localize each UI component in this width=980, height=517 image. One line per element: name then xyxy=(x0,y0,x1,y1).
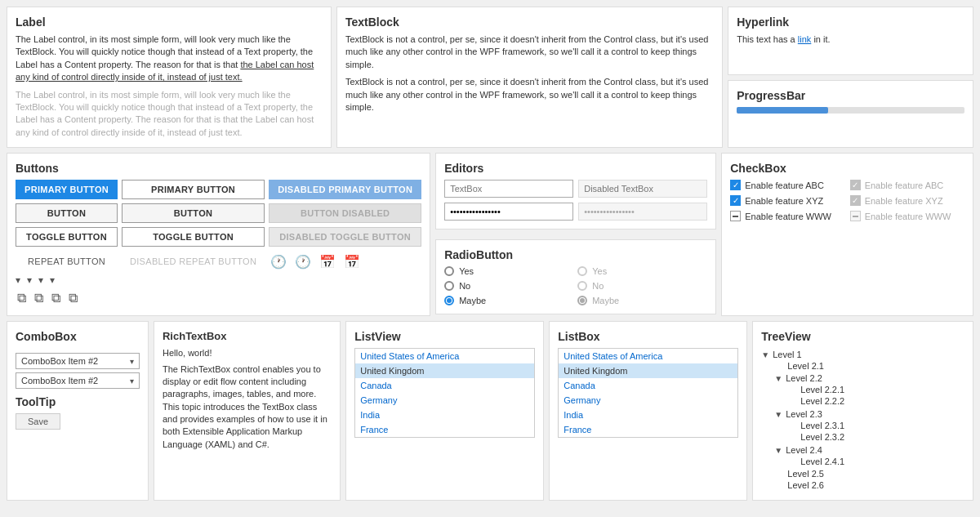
tree-level22-text: Level 2.2 xyxy=(786,373,822,383)
list-item-germany[interactable]: Germany xyxy=(355,393,534,408)
tree-level24-label[interactable]: ▼ Level 2.4 xyxy=(774,444,964,456)
tree-level1-label[interactable]: ▼ Level 1 xyxy=(761,349,964,360)
checkbox-xyz-disabled: ✓ Enable feature XYZ xyxy=(850,195,964,206)
hyperlink-text-after: in it. xyxy=(813,34,830,44)
dropdown-arrow-2[interactable]: ▾ xyxy=(27,274,32,286)
list-item-canada[interactable]: Canada xyxy=(355,378,534,393)
radio-maybe-disabled: Maybe xyxy=(577,296,707,305)
tree-level221[interactable]: Level 2.2.1 xyxy=(800,384,964,395)
tree-level22-children: Level 2.2.1 Level 2.2.2 xyxy=(787,384,964,407)
tree-level232[interactable]: Level 2.3.2 xyxy=(800,431,964,443)
list-item-uk[interactable]: United Kingdom xyxy=(355,363,534,378)
password-input[interactable] xyxy=(444,203,573,221)
listbox-item-uk[interactable]: United Kingdom xyxy=(559,363,737,378)
tree-level241[interactable]: Level 2.4.1 xyxy=(800,456,964,467)
checkbox-panel: CheckBox ✓ Enable feature ABC ✓ Enable f… xyxy=(721,153,973,316)
radio-yes-disabled-circle xyxy=(577,266,587,276)
primary-outline-button[interactable]: PRIMARY BUTTON xyxy=(122,180,265,199)
list-item-india[interactable]: India xyxy=(355,408,534,422)
radio-maybe-label: Maybe xyxy=(459,296,486,305)
list-item-france[interactable]: France xyxy=(355,422,534,437)
tree-level25[interactable]: Level 2.5 xyxy=(787,468,964,479)
tooltip-save-button[interactable]: Save xyxy=(16,413,60,430)
toggle-button[interactable]: TOGGLE BUTTON xyxy=(16,227,118,247)
combobox-select-1[interactable]: ComboBox Item #2 ▾ xyxy=(16,353,140,369)
radio-yes-disabled-label: Yes xyxy=(592,266,607,276)
listbox-item-usa[interactable]: United States of America xyxy=(559,349,737,363)
list-item-usa[interactable]: United States of America xyxy=(355,349,534,363)
listview-container: United States of America United Kingdom … xyxy=(354,348,535,438)
clock-icon-2[interactable]: 🕐 xyxy=(293,252,313,271)
calendar-icon-2[interactable]: 📅 xyxy=(342,252,362,271)
copy-icon-2[interactable]: ⧉ xyxy=(33,289,45,307)
copy-icon-3[interactable]: ⧉ xyxy=(50,289,62,307)
repeat-disabled-button: DISABLED REPEAT BUTTON xyxy=(122,252,265,270)
checkbox-enabled-col: ✓ Enable feature ABC ✓ Enable feature XY… xyxy=(730,180,844,221)
combobox-arrow-2: ▾ xyxy=(130,377,134,386)
listbox-item-germany[interactable]: Germany xyxy=(559,393,737,408)
clock-icon-1[interactable]: 🕐 xyxy=(269,252,288,271)
tree-level1-arrow[interactable]: ▼ xyxy=(761,350,769,359)
copy-icon-4[interactable]: ⧉ xyxy=(67,289,79,307)
checkbox-xyz-disabled-label: Enable feature XYZ xyxy=(865,196,943,206)
button-default-2[interactable]: BUTTON xyxy=(122,203,265,223)
tree-level22-arrow[interactable]: ▼ xyxy=(774,374,782,383)
radio-maybe-disabled-label: Maybe xyxy=(592,296,619,305)
toggle-button-2[interactable]: TOGGLE BUTTON xyxy=(122,227,265,247)
primary-button[interactable]: PRIMARY BUTTON xyxy=(16,180,118,199)
checkbox-www[interactable]: Enable feature WWW xyxy=(730,211,844,221)
tree-level23-label[interactable]: ▼ Level 2.3 xyxy=(774,408,964,420)
combobox-select-2[interactable]: ComboBox Item #2 ▾ xyxy=(16,372,140,389)
tree-level23-arrow[interactable]: ▼ xyxy=(774,410,782,419)
tree-level24-arrow[interactable]: ▼ xyxy=(774,446,782,455)
checkbox-abc-disabled-box: ✓ xyxy=(850,180,861,190)
repeat-button[interactable]: REPEAT BUTTON xyxy=(16,252,118,270)
listbox-item-india[interactable]: India xyxy=(559,408,737,422)
radio-no-disabled-circle xyxy=(577,281,587,291)
tree-level1: ▼ Level 1 Level 2.1 ▼ Level 2.2 xyxy=(761,348,964,492)
listbox-item-france[interactable]: France xyxy=(559,422,737,437)
radio-no[interactable]: No xyxy=(444,281,574,291)
radio-yes[interactable]: Yes xyxy=(444,266,574,276)
progress-bar-container xyxy=(737,107,964,114)
radio-enabled-col: Yes No Maybe xyxy=(444,266,574,305)
icon-row-2: ⧉ ⧉ ⧉ ⧉ xyxy=(16,289,421,307)
tree-level21[interactable]: Level 2.1 xyxy=(787,360,964,372)
tree-level24-children: Level 2.4.1 xyxy=(787,456,964,467)
button-default[interactable]: BUTTON xyxy=(16,203,118,223)
calendar-icon-1[interactable]: 📅 xyxy=(318,252,337,271)
dropdown-arrow-4[interactable]: ▾ xyxy=(50,274,55,286)
radio-yes-disabled: Yes xyxy=(577,266,707,276)
buttons-title: Buttons xyxy=(16,162,421,175)
bottom-row: ComboBox ComboBox Item #2 ▾ ComboBox Ite… xyxy=(7,321,973,501)
progress-bar-fill xyxy=(737,107,828,114)
copy-icon-1[interactable]: ⧉ xyxy=(16,289,28,307)
tree-level231[interactable]: Level 2.3.1 xyxy=(800,420,964,431)
textblock-title: TextBlock xyxy=(345,16,714,29)
checkbox-abc[interactable]: ✓ Enable feature ABC xyxy=(730,180,844,190)
checkbox-disabled-col: ✓ Enable feature ABC ✓ Enable feature XY… xyxy=(850,180,964,221)
checkbox-xyz[interactable]: ✓ Enable feature XYZ xyxy=(730,195,844,206)
listbox-item-canada[interactable]: Canada xyxy=(559,378,737,393)
combobox-arrow-1: ▾ xyxy=(130,357,134,366)
primary-disabled-button: DISABLED PRIMARY BUTTON xyxy=(269,180,421,199)
radio-maybe[interactable]: Maybe xyxy=(444,296,574,305)
tree-level26[interactable]: Level 2.6 xyxy=(787,479,964,491)
tree-level1-text: Level 1 xyxy=(773,350,801,359)
combobox-title: ComboBox xyxy=(16,330,140,343)
tree-level222[interactable]: Level 2.2.2 xyxy=(800,395,964,407)
toggle-disabled-button: DISABLED TOGGLE BUTTON xyxy=(269,227,421,247)
dropdown-arrow-3[interactable]: ▾ xyxy=(38,274,43,286)
radio-no-disabled: No xyxy=(577,281,707,291)
tree-level22-label[interactable]: ▼ Level 2.2 xyxy=(774,372,964,384)
disabled-textbox-input xyxy=(578,180,707,198)
richtextbox-title: RichTextBox xyxy=(163,330,332,342)
tooltip-title: ToolTip xyxy=(16,395,140,408)
hyperlink-link[interactable]: link xyxy=(798,34,812,44)
dropdown-arrow-1[interactable]: ▾ xyxy=(16,274,20,286)
disabled-indeterminate-line xyxy=(853,216,858,217)
checkbox-www-box xyxy=(730,211,741,221)
checkbox-grid: ✓ Enable feature ABC ✓ Enable feature XY… xyxy=(730,180,964,221)
button-disabled: BUTTON DISABLED xyxy=(269,203,421,223)
textbox-input[interactable] xyxy=(444,180,573,198)
